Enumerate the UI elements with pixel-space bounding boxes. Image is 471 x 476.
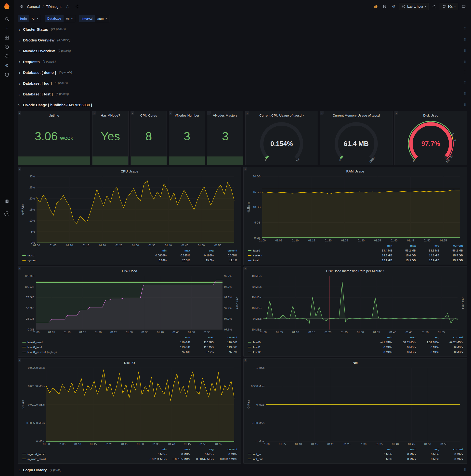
time-range-picker[interactable]: Last 1 hour ▾	[399, 3, 429, 10]
panel-title[interactable]: Uptime	[21, 112, 87, 119]
variable-value-dropdown[interactable]: All▾	[29, 15, 41, 22]
legend-column-avg[interactable]: avg	[191, 249, 214, 252]
row-database-log[interactable]: › Database: [ log ] (5 panels) ⠿	[18, 79, 467, 88]
net-chart[interactable]: -1 Mb/s-0.50 Mb/s0 Mb/s0.500 Mb/s1 Mb/s0…	[247, 366, 464, 446]
row-login-history[interactable]: › Login History (1 panel) ⠿	[18, 465, 467, 475]
disk-io-chart[interactable]: 0 MB/s0.000500 MB/s0.00100 MB/s0.00150 M…	[21, 366, 238, 446]
row-drag-handle[interactable]: ⠿	[464, 27, 467, 31]
legend-series-taosd[interactable]: taosd	[22, 254, 144, 257]
legend-column-current[interactable]: current	[214, 249, 238, 252]
legend-column-min[interactable]: min	[144, 448, 167, 451]
variable-value-dropdown[interactable]: All▾	[64, 15, 75, 22]
legend-series-total[interactable]: total	[248, 259, 369, 262]
legend-series-net_out[interactable]: net_out	[248, 458, 369, 460]
legend-series-io_read_taosd[interactable]: io_read_taosd	[22, 453, 144, 456]
grafana-logo[interactable]	[2, 2, 11, 11]
row-drag-handle[interactable]: ⠿	[464, 81, 467, 85]
legend-series-level0_used[interactable]: level0_used	[22, 341, 167, 344]
legend-column-min[interactable]: min	[144, 249, 167, 252]
panel-title[interactable]: VNodes Number	[172, 112, 202, 119]
legend-column-current[interactable]: current	[214, 448, 238, 451]
legend-column-max[interactable]: max	[393, 448, 416, 451]
disk-rate-chart[interactable]: -10 MB/s0 MB/s10 MB/s20 MB/s30 MB/s40 MB…	[247, 274, 464, 334]
panel-title[interactable]: Current CPU Usage of taosd▾	[249, 112, 315, 119]
legend-series-level1[interactable]: level1	[248, 346, 369, 349]
panel-title[interactable]: Disk IO	[21, 359, 238, 366]
panel-title[interactable]: CPU Usage	[21, 168, 238, 174]
row-database-test[interactable]: › Database: [ test ] (5 panels) ⠿	[18, 89, 467, 99]
row-drag-handle[interactable]: ⠿	[464, 59, 467, 64]
legend-series-system[interactable]: system	[248, 254, 369, 257]
configuration-gear-icon[interactable]: ⚙	[2, 61, 12, 70]
panel-info-icon[interactable]: i	[207, 111, 211, 115]
alerting-bell-icon[interactable]	[2, 51, 12, 61]
panel-title[interactable]: RAM Usage	[247, 168, 464, 174]
row-dnodes-overview[interactable]: › DNodes Overview (4 panels) ⠿	[18, 35, 467, 45]
row-cluster-status[interactable]: › Cluster Status (21 panels) ⠿	[18, 25, 467, 34]
row-drag-handle[interactable]: ⠿	[464, 70, 467, 75]
panel-info-icon[interactable]: i	[18, 267, 21, 270]
legend-series-system[interactable]: system	[22, 259, 144, 262]
panel-title[interactable]: CPU Cores	[134, 112, 164, 119]
row-dnode-usage[interactable]: › DNode Usage [ huolinhe-TM1701:6030 ] ⠿	[18, 100, 467, 109]
panel-title[interactable]: Net	[247, 359, 464, 366]
legend-column-min[interactable]: min	[369, 336, 393, 339]
panel-info-icon[interactable]: i	[244, 358, 247, 362]
legend-column-current[interactable]: current	[440, 336, 463, 339]
panel-info-icon[interactable]: i	[92, 111, 96, 115]
legend-series-level0_percent[interactable]: level0_percent(right-y)	[22, 351, 167, 354]
breadcrumb-folder[interactable]: General	[27, 4, 40, 9]
panel-info-icon[interactable]: i	[169, 111, 172, 115]
legend-column-max[interactable]: max	[393, 244, 416, 247]
legend-column-current[interactable]: current	[440, 448, 463, 451]
panel-info-icon[interactable]: i	[244, 267, 247, 270]
tv-mode-icon[interactable]	[460, 3, 467, 10]
legend-series-level2[interactable]: level2	[248, 351, 369, 354]
panel-title[interactable]: Current Memory Usage of taosd	[323, 112, 389, 119]
refresh-picker[interactable]: 30s ▾	[440, 3, 458, 10]
legend-series-io_write_taosd[interactable]: io_write_taosd	[22, 458, 144, 460]
create-plus-icon[interactable]: +	[2, 24, 12, 33]
legend-series-level0_total[interactable]: level0_total	[22, 346, 167, 349]
panel-info-icon[interactable]: i	[320, 111, 324, 115]
row-mnodes-overview[interactable]: › MNodes Overview (2 panels) ⠿	[18, 46, 467, 55]
add-panel-icon[interactable]	[373, 3, 380, 10]
panel-info-icon[interactable]: i	[246, 111, 249, 115]
legend-column-min[interactable]: min	[369, 448, 393, 451]
legend-column-min[interactable]: min	[369, 244, 393, 247]
legend-column-current[interactable]: current	[440, 244, 463, 247]
panel-title[interactable]: Has MNode?	[95, 112, 125, 119]
explore-compass-icon[interactable]	[2, 42, 12, 51]
legend-column-avg[interactable]: avg	[416, 448, 440, 451]
legend-column-max[interactable]: max	[167, 448, 191, 451]
row-requests[interactable]: › Requests (4 panels) ⠿	[18, 57, 467, 66]
panel-title[interactable]: Disk Used	[21, 268, 238, 274]
disk-used-chart[interactable]: 0 GiB25 GiB50 GiB75 GiB100 GiB125 GiB97.…	[21, 274, 238, 334]
server-admin-shield-icon[interactable]	[2, 70, 12, 80]
legend-column-avg[interactable]: avg	[416, 244, 440, 247]
panel-title[interactable]: VNodes Masters	[210, 112, 240, 119]
legend-column-max[interactable]: max	[167, 249, 191, 252]
legend-column-max[interactable]: max	[393, 336, 416, 339]
search-icon[interactable]	[2, 14, 12, 24]
dashboard-settings-gear-icon[interactable]: ⚙	[390, 3, 397, 10]
cpu-usage-chart[interactable]: 0%5%10%15%20%25%30%01:0001:0501:1001:150…	[21, 174, 238, 248]
row-drag-handle[interactable]: ⠿	[464, 102, 467, 107]
panel-info-icon[interactable]: i	[131, 111, 134, 115]
row-database-demo[interactable]: › Database: [ demo ] (5 panels) ⠿	[18, 68, 467, 77]
row-drag-handle[interactable]: ⠿	[464, 92, 467, 96]
row-drag-handle[interactable]: ⠿	[464, 49, 467, 53]
panel-info-icon[interactable]: i	[18, 167, 21, 170]
variable-value-dropdown[interactable]: auto▾	[95, 15, 109, 22]
user-avatar[interactable]	[2, 197, 12, 206]
legend-series-level0[interactable]: level0	[248, 341, 369, 344]
legend-column-max[interactable]: max	[191, 336, 214, 339]
panel-info-icon[interactable]: i	[18, 111, 21, 115]
save-dashboard-icon[interactable]	[382, 3, 388, 10]
ram-usage-chart[interactable]: 0 MB5 GB10 GB15 GB20 GB01:0001:0501:1001…	[247, 174, 464, 243]
panel-info-icon[interactable]: i	[244, 167, 247, 170]
dashboards-grid-icon[interactable]	[2, 33, 12, 42]
legend-column-current[interactable]: current	[214, 336, 238, 339]
star-icon[interactable]: ☆	[64, 3, 71, 10]
row-drag-handle[interactable]: ⠿	[464, 468, 467, 472]
